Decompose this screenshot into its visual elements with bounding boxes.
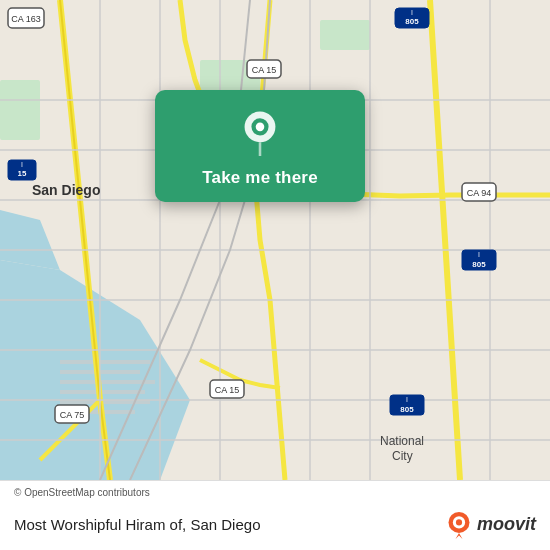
svg-rect-7 <box>60 390 145 394</box>
svg-point-54 <box>256 123 265 132</box>
svg-rect-6 <box>60 380 155 384</box>
svg-text:I: I <box>478 251 480 258</box>
svg-text:I: I <box>21 161 23 168</box>
moovit-brand-text: moovit <box>477 514 536 535</box>
svg-text:National: National <box>380 434 424 448</box>
popup-card: Take me there <box>155 90 365 202</box>
location-label: Most Worshipful Hiram of, San Diego <box>14 516 445 533</box>
svg-text:CA 163: CA 163 <box>11 14 41 24</box>
map-background: CA 163 I 805 I 15 CA 15 CA 94 I 805 CA 7… <box>0 0 550 480</box>
location-pin-icon <box>236 108 284 156</box>
svg-point-57 <box>456 519 462 525</box>
take-me-there-button[interactable]: Take me there <box>202 168 318 188</box>
moovit-pin-icon <box>445 511 473 539</box>
svg-rect-4 <box>60 360 150 364</box>
map-container: CA 163 I 805 I 15 CA 15 CA 94 I 805 CA 7… <box>0 0 550 480</box>
svg-text:CA 15: CA 15 <box>252 65 277 75</box>
svg-text:City: City <box>392 449 413 463</box>
moovit-logo: moovit <box>445 511 536 539</box>
svg-rect-12 <box>0 80 40 140</box>
svg-text:805: 805 <box>472 260 486 269</box>
copyright-text: © OpenStreetMap contributors <box>14 487 150 498</box>
svg-text:805: 805 <box>400 405 414 414</box>
svg-text:CA 75: CA 75 <box>60 410 85 420</box>
svg-text:15: 15 <box>18 169 27 178</box>
svg-text:I: I <box>406 396 408 403</box>
svg-rect-11 <box>320 20 370 50</box>
svg-text:CA 15: CA 15 <box>215 385 240 395</box>
svg-text:805: 805 <box>405 17 419 26</box>
svg-text:San Diego: San Diego <box>32 182 100 198</box>
svg-text:CA 94: CA 94 <box>467 188 492 198</box>
bottom-bar: © OpenStreetMap contributors Most Worshi… <box>0 480 550 550</box>
svg-text:I: I <box>411 9 413 16</box>
